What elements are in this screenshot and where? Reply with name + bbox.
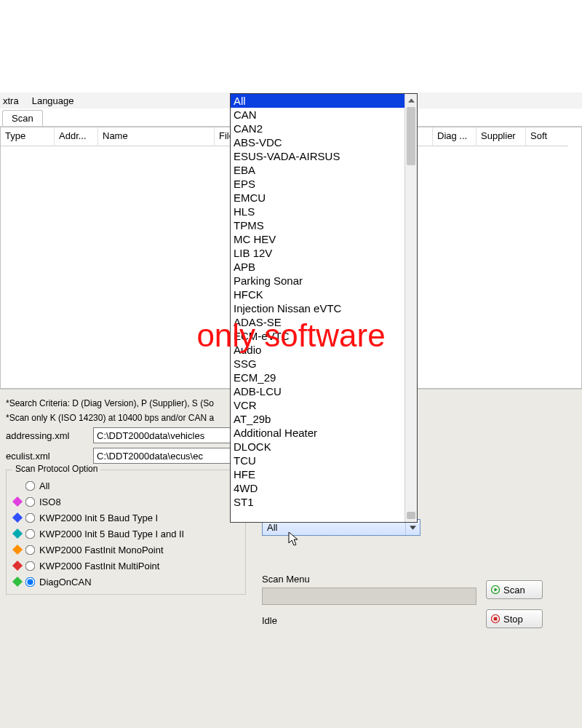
radio-diagcan[interactable]: [25, 577, 36, 587]
dropdown-item[interactable]: HLS: [231, 205, 404, 218]
tab-scan[interactable]: Scan: [2, 110, 43, 126]
col-addr[interactable]: Addr...: [55, 127, 98, 146]
dropdown-item[interactable]: 4WD: [231, 481, 404, 495]
diamond-icon: [12, 496, 23, 507]
dropdown-item[interactable]: CAN2: [231, 122, 404, 135]
stop-icon: [491, 614, 500, 623]
scroll-thumb[interactable]: [407, 107, 415, 165]
radio-all-label: All: [39, 480, 49, 491]
radio-kwpmulti-label: KWP2000 FastInit MultiPoint: [39, 561, 159, 571]
dropdown-item[interactable]: LIB 12V: [231, 246, 404, 260]
eculist-label: eculist.xml: [6, 451, 93, 462]
dropdown-item[interactable]: EPS: [231, 177, 404, 191]
filter-dropdown-list[interactable]: AllCANCAN2ABS-VDCESUS-VADA-AIRSUSEBAEPSE…: [230, 93, 418, 523]
diamond-icon: [12, 529, 23, 539]
radio-kwpmono[interactable]: [25, 545, 36, 555]
dropdown-item[interactable]: ESUS-VADA-AIRSUS: [231, 149, 404, 163]
stop-button[interactable]: Stop: [486, 609, 543, 628]
dropdown-item[interactable]: ADB-LCU: [231, 384, 404, 398]
dropdown-item[interactable]: TPMS: [231, 218, 404, 232]
diamond-icon: [12, 577, 23, 587]
dropdown-item[interactable]: Additional Heater: [231, 426, 404, 440]
dropdown-item[interactable]: AT_29b: [231, 412, 404, 426]
dropdown-item[interactable]: VCR: [231, 398, 404, 412]
dropdown-item[interactable]: ABS-VDC: [231, 135, 404, 149]
dropdown-item[interactable]: CAN: [231, 108, 404, 122]
menu-extra[interactable]: xtra: [3, 95, 19, 106]
radio-all[interactable]: [25, 480, 36, 491]
col-supplier[interactable]: Supplier: [477, 127, 526, 146]
scan-button[interactable]: Scan: [486, 580, 543, 599]
dropdown-item[interactable]: TCU: [231, 454, 404, 467]
dropdown-item[interactable]: APB: [231, 260, 404, 274]
scan-menu-box: [262, 587, 477, 605]
protocol-title: Scan Protocol Option: [12, 464, 100, 474]
addressing-label: addressing.xml: [6, 430, 93, 441]
dropdown-item[interactable]: Parking Sonar: [231, 274, 404, 288]
diamond-icon: [12, 545, 23, 555]
scroll-thumb[interactable]: [407, 512, 415, 519]
col-diag[interactable]: Diag ...: [433, 127, 477, 146]
dropdown-item[interactable]: ADAS-SE: [231, 315, 404, 329]
scrollbar[interactable]: [404, 94, 417, 522]
radio-iso8[interactable]: [25, 496, 36, 507]
col-name[interactable]: Name: [98, 127, 215, 146]
stop-button-label: Stop: [503, 614, 523, 625]
dropdown-item[interactable]: ECM_29: [231, 371, 404, 384]
dropdown-item[interactable]: ECM-eVTC: [231, 329, 404, 343]
radio-kwp5b1-label: KWP2000 Init 5 Baud Type I: [39, 513, 158, 523]
dropdown-item[interactable]: Audio: [231, 343, 404, 357]
diamond-icon: [12, 513, 23, 523]
filter-combo-value: All: [267, 522, 277, 533]
dropdown-item[interactable]: SSG: [231, 357, 404, 371]
radio-kwpmulti[interactable]: [25, 561, 36, 571]
dropdown-item[interactable]: EMCU: [231, 191, 404, 205]
dropdown-item[interactable]: EBA: [231, 163, 404, 177]
menu-language[interactable]: Language: [32, 95, 74, 106]
scan-button-label: Scan: [503, 585, 525, 596]
dropdown-item[interactable]: MC HEV: [231, 232, 404, 246]
col-soft[interactable]: Soft: [526, 127, 568, 146]
radio-diagcan-label: DiagOnCAN: [39, 577, 92, 587]
protocol-group: Scan Protocol Option All ISO8 KWP2000 In…: [6, 470, 246, 595]
play-icon: [491, 585, 500, 594]
dropdown-item[interactable]: HFE: [231, 467, 404, 481]
radio-iso8-label: ISO8: [39, 496, 61, 507]
radio-kwpmono-label: KWP2000 FastInit MonoPoint: [39, 545, 164, 555]
svg-rect-2: [494, 617, 498, 621]
dropdown-item[interactable]: All: [231, 94, 404, 108]
dropdown-item[interactable]: HFCK: [231, 288, 404, 301]
dropdown-item[interactable]: Injection Nissan eVTC: [231, 301, 404, 315]
radio-kwp5b1[interactable]: [25, 513, 36, 523]
radio-kwp5b12[interactable]: [25, 529, 36, 539]
dropdown-item[interactable]: ST1: [231, 495, 404, 509]
diamond-icon: [12, 561, 23, 571]
col-type[interactable]: Type: [1, 127, 55, 146]
scroll-up-icon[interactable]: [405, 94, 417, 106]
dropdown-item[interactable]: DLOCK: [231, 440, 404, 454]
radio-kwp5b12-label: KWP2000 Init 5 Baud Type I and II: [39, 529, 184, 539]
